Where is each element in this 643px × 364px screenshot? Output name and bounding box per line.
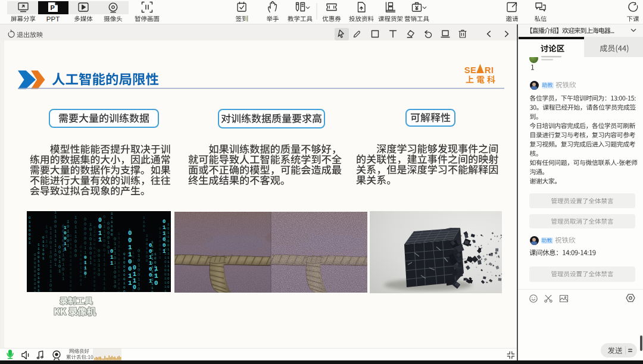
svg-text:0110010001: 0110010001 [80,245,82,287]
svg-text:0110: 0110 [133,265,136,291]
svg-text:1001100: 1001100 [146,234,148,263]
svg-text:0101001101: 0101001101 [138,249,140,292]
svg-text:101110100: 101110100 [74,215,77,258]
svg-text:110: 110 [154,265,158,287]
svg-text:00000000001110101: 00000000001110101 [34,253,36,292]
svg-text:1101: 1101 [143,216,145,233]
svg-text:101010011: 101010011 [89,222,92,265]
svg-text:0110: 0110 [84,255,87,276]
svg-text:01111010: 01111010 [159,227,161,260]
svg-text:0100000100001101000: 0100000100001101000 [123,252,126,292]
svg-text:111100: 111100 [111,212,113,237]
svg-text:001101: 001101 [58,245,61,274]
svg-text:0110001: 0110001 [29,216,31,245]
svg-text:111011011111001001: 111011011111001001 [49,226,52,292]
svg-text:110011111001: 110011111001 [54,211,57,267]
svg-text:0011: 0011 [98,217,102,243]
svg-text:0111100011111111011: 0111100011111111011 [103,215,105,292]
svg-text:01110110010: 01110110010 [114,237,116,289]
svg-text:001110: 001110 [98,249,100,277]
svg-text:011001: 011001 [163,219,166,255]
svg-text:00110011: 00110011 [128,230,132,287]
svg-text:11001100101110110: 11001100101110110 [38,243,40,292]
svg-text:011: 011 [110,249,114,266]
svg-text:1011001111111000: 1011001111111000 [167,222,170,289]
svg-text:10011: 10011 [64,225,67,252]
svg-text:10110: 10110 [45,225,48,249]
svg-text:1010101011010111: 1010101011010111 [70,234,72,292]
svg-text:11101110010001001: 11101110010001001 [118,232,120,292]
svg-text:010000100000000110: 010000100000000110 [93,225,96,292]
svg-text:0000101: 0000101 [107,221,110,255]
svg-text:0011001: 0011001 [149,243,152,284]
svg-text:101001: 101001 [67,219,69,248]
svg-text:011101: 011101 [42,236,45,261]
